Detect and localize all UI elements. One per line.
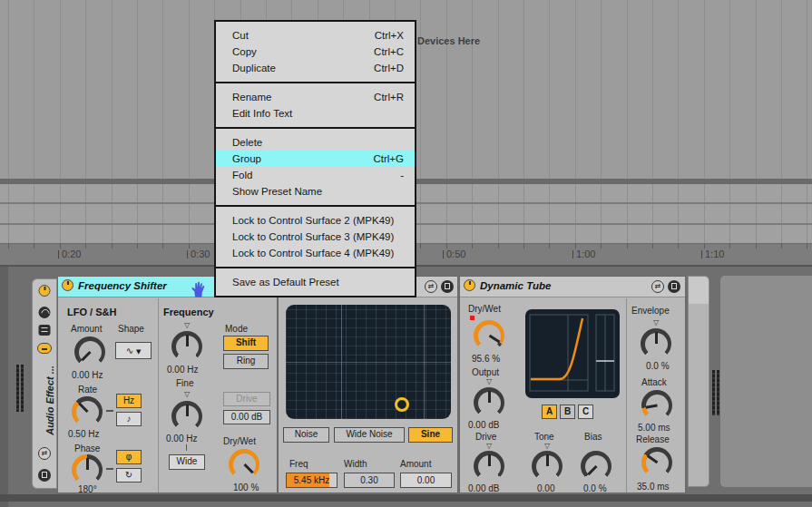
marker-icon: ▽ [532,442,563,450]
time-label: 0:20 [58,249,81,259]
marker-icon: ▽ [474,377,504,385]
phase-mode-button[interactable]: φ [116,450,142,464]
menu-item-lock-surface-2[interactable]: Lock to Control Surface 2 (MPK49) [216,212,415,229]
lfo-section-header: LFO / S&H [67,307,116,317]
menu-item-duplicate[interactable]: DuplicateCtrl+D [216,60,415,76]
macro-view-toggle-icon[interactable] [39,307,51,318]
drywet-label: Dry/Wet [468,304,501,314]
dynamic-tube-titlebar[interactable]: Dynamic Tube ⇄ [460,277,685,297]
spin-mode-button[interactable]: ↻ [116,468,142,483]
lfo-shape-selector[interactable]: ∿ ▼ [115,342,152,359]
menu-item-show-preset-name[interactable]: Show Preset Name [216,183,415,200]
device-drop-area[interactable] [720,276,812,487]
release-knob[interactable] [641,447,672,478]
width-value-slider[interactable]: 0.30 [344,473,395,488]
drive-knob[interactable] [474,451,504,482]
device-erosion[interactable]: Erosion ⇄ Noise Wide Noise Sine Freq Wid… [278,276,458,493]
rate-hz-button[interactable]: Hz [116,394,142,408]
preset-c-button[interactable]: C [578,405,593,419]
output-value[interactable]: 0.00 dB [468,420,499,430]
hot-swap-icon[interactable]: ⇄ [425,280,437,293]
chain-input-meter [16,365,24,412]
menu-item-copy[interactable]: CopyCtrl+C [216,44,415,60]
save-preset-icon[interactable] [38,469,51,482]
attack-value[interactable]: 5.00 ms [638,423,670,433]
rate-value[interactable]: 0.50 Hz [68,429,99,439]
drywet-knob[interactable] [229,449,259,480]
save-preset-icon[interactable] [668,280,680,293]
menu-item-group[interactable]: GroupCtrl+G [216,151,415,167]
rack-activator-button[interactable] [39,285,51,297]
freq-value-slider[interactable]: 5.45 kHz [286,473,338,488]
fine-frequency-knob[interactable] [171,401,202,432]
mode-sine-button[interactable]: Sine [408,427,453,443]
amount-value[interactable]: 0.00 Hz [72,370,103,380]
menu-item-save-default-preset[interactable]: Save as Default Preset [216,274,415,290]
audio-effect-rack-titlebar[interactable]: Audio Effect ... ⇄ [32,278,57,489]
section-divider [158,298,159,492]
coarse-frequency-knob[interactable] [171,331,202,362]
drywet-knob[interactable] [474,320,504,351]
bias-label: Bias [584,432,602,442]
menu-item-edit-info-text[interactable]: Edit Info Text [216,105,415,122]
frequency-section-header: Frequency [163,307,214,317]
hot-swap-icon[interactable]: ⇄ [38,447,51,460]
output-knob[interactable] [474,387,504,418]
lfo-rate-knob[interactable] [72,396,103,427]
envelope-value[interactable]: 0.0 % [646,361,670,371]
tone-knob[interactable] [532,451,563,482]
device-view-bottom [0,494,812,502]
drive-label: Drive [475,432,496,442]
drive-value[interactable]: 0.00 dB [223,410,270,424]
menu-item-rename[interactable]: RenameCtrl+R [216,89,415,105]
drywet-value[interactable]: 95.6 % [472,354,500,364]
drive-button[interactable]: Drive [223,392,270,406]
mode-shift-button[interactable]: Shift [223,336,269,351]
preset-a-button[interactable]: A [542,405,557,419]
rate-sync-button[interactable]: ♪ [116,412,142,426]
lfo-amount-knob[interactable] [74,336,105,367]
time-label: 0:30 [187,249,210,259]
erosion-display[interactable] [286,305,451,419]
menu-item-cut[interactable]: CutCtrl+X [216,27,415,44]
menu-item-lock-surface-3[interactable]: Lock to Control Surface 3 (MPK49) [216,229,415,245]
device-activator[interactable] [62,279,73,291]
frequency-marker-icon[interactable] [395,397,409,412]
menu-item-lock-surface-4[interactable]: Lock to Control Surface 4 (MPK49) [216,245,415,261]
frequency-value[interactable]: 0.00 Hz [167,365,198,375]
rack-title[interactable]: Audio Effect ... [44,366,55,435]
marker-icon: ▽ [171,321,202,329]
phase-value[interactable]: 180° [78,484,97,493]
menu-group-preset: Save as Default Preset [216,267,415,296]
save-preset-icon[interactable] [441,280,454,293]
attack-knob[interactable] [641,390,672,421]
release-value[interactable]: 35.0 ms [637,482,670,492]
drywet-value[interactable]: 100 % [233,483,259,492]
tube-curve-display[interactable] [525,309,620,398]
bias-value[interactable]: 0.0 % [583,483,607,493]
mode-wide-noise-button[interactable]: Wide Noise [334,427,405,443]
envelope-knob[interactable] [641,328,671,359]
envelope-label: Envelope [631,306,670,316]
drive-value[interactable]: 0.00 dB [468,483,499,493]
mode-ring-button[interactable]: Ring [223,354,269,369]
lfo-phase-knob[interactable] [72,454,103,485]
preset-b-button[interactable]: B [560,405,575,419]
amount-value-slider[interactable]: 0.00 [400,473,452,488]
tone-value[interactable]: 0.00 [537,483,554,493]
menu-item-delete[interactable]: Delete [216,134,415,151]
fine-value[interactable]: 0.00 Hz [166,434,197,444]
device-activator[interactable] [464,279,475,291]
bias-knob[interactable] [581,451,611,482]
devices-view-toggle-icon[interactable] [37,343,52,354]
device-dynamic-tube[interactable]: Dynamic Tube ⇄ Dry/Wet 95.6 % Output ▽ 0… [459,276,686,493]
hot-swap-icon[interactable]: ⇄ [651,280,664,293]
device-view-edge [0,267,8,507]
chain-list-toggle-icon[interactable] [39,325,51,336]
phase-label: Phase [74,444,100,453]
wide-button[interactable]: Wide [169,454,205,470]
menu-item-fold[interactable]: Fold- [216,167,415,183]
mode-noise-button[interactable]: Noise [283,427,329,443]
device-title: Frequency Shifter [78,280,167,291]
device-frequency-shifter[interactable]: Frequency Shifter ⇄ LFO / S&H Amount Sha… [57,276,278,493]
